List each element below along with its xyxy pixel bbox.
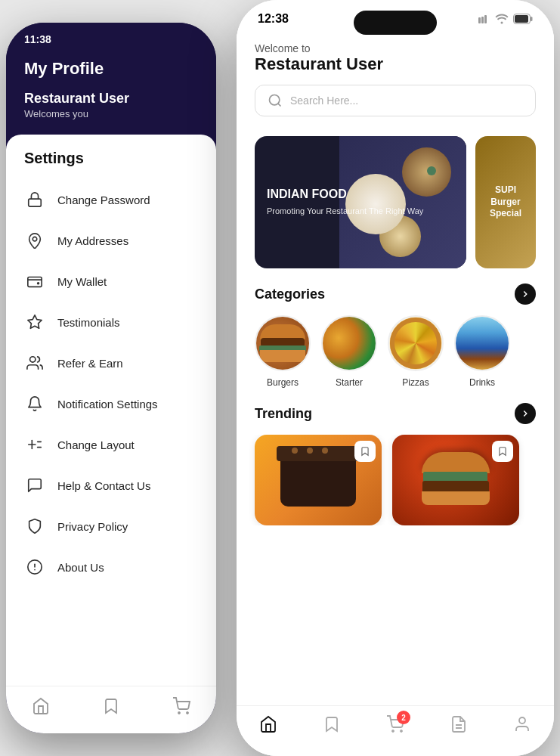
category-drinks[interactable]: Drinks: [454, 315, 510, 388]
categories-header: Categories: [237, 284, 554, 305]
cart-badge: 2: [397, 711, 410, 724]
profile-title: My Profile: [24, 59, 198, 79]
food-dot: [427, 166, 436, 175]
welcome-title: Restaurant User: [255, 54, 536, 74]
main-banner[interactable]: INDIAN FOOD Promoting Your Restaurant Th…: [255, 136, 466, 268]
location-icon: [24, 230, 45, 251]
side-banner-text: SUPI Burger Special: [475, 178, 536, 226]
right-phone: 12:38: [237, 0, 554, 756]
drinks-label: Drinks: [469, 377, 495, 388]
left-bottom-nav: [6, 686, 216, 733]
change-layout-label: Change Layout: [57, 438, 135, 451]
settings-item-refer-earn[interactable]: Refer & Earn: [6, 342, 216, 383]
burger-bookmark[interactable]: [492, 441, 513, 462]
category-starter[interactable]: Starter: [321, 315, 377, 388]
pizza-crust: [390, 318, 441, 369]
search-bar[interactable]: Search Here...: [255, 85, 536, 116]
settings-item-help-contact[interactable]: Help & Contact Us: [6, 465, 216, 506]
settings-item-privacy-policy[interactable]: Privacy Policy: [6, 506, 216, 547]
settings-item-testimonials[interactable]: Testimonials: [6, 302, 216, 342]
categories-title: Categories: [255, 287, 325, 302]
profile-user-name: Restaurant User: [24, 91, 198, 107]
my-wallet-label: My Wallet: [57, 275, 107, 288]
svg-rect-21: [531, 17, 533, 21]
pizzas-circle: [388, 315, 444, 371]
phones-container: 11:38 My Profile Restaurant User Welcome…: [0, 0, 560, 756]
categories-row: Burgers Starter: [237, 315, 554, 388]
settings-item-my-wallet[interactable]: My Wallet: [6, 261, 216, 302]
cake-top: [277, 446, 360, 461]
refer-earn-label: Refer & Earn: [57, 357, 123, 370]
welcome-section: Welcome to Restaurant User Search Here..…: [237, 32, 554, 136]
left-nav-bookmark[interactable]: [102, 697, 120, 718]
trending-section: Trending: [237, 403, 554, 525]
trending-title: Trending: [255, 406, 312, 422]
banner-container: INDIAN FOOD Promoting Your Restaurant Th…: [237, 136, 554, 268]
star-icon: [24, 311, 45, 333]
svg-point-14: [187, 712, 188, 714]
settings-item-notifications[interactable]: Notification Settings: [6, 383, 216, 424]
banner-text: INDIAN FOOD Promoting Your Restaurant Th…: [267, 187, 423, 217]
burger-visual-trending: [422, 452, 490, 509]
chat-icon: [24, 475, 45, 496]
svg-point-25: [401, 730, 402, 732]
svg-marker-4: [28, 315, 42, 328]
svg-point-13: [178, 712, 180, 714]
cake-shape: [280, 454, 356, 507]
trending-row: [237, 435, 554, 525]
left-nav-cart[interactable]: [172, 697, 190, 718]
dynamic-island: [354, 11, 437, 35]
left-nav-home[interactable]: [32, 697, 50, 718]
right-nav-home[interactable]: [259, 715, 277, 733]
right-nav-cart[interactable]: 2: [386, 715, 404, 733]
right-nav-profile[interactable]: [513, 715, 531, 733]
profile-user-sub: Welcomes you: [24, 108, 198, 119]
layout-icon: [24, 434, 45, 455]
change-password-label: Change Password: [57, 194, 150, 206]
cake-deco-3: [322, 448, 328, 454]
svg-rect-15: [478, 17, 481, 23]
trending-header: Trending: [237, 403, 554, 424]
starter-label: Starter: [336, 377, 363, 388]
svg-point-24: [392, 730, 394, 732]
burger-visual: [260, 324, 305, 362]
left-status-bar: 11:38: [6, 23, 216, 51]
svg-rect-17: [484, 15, 487, 23]
settings-item-my-addresses[interactable]: My Addresses: [6, 220, 216, 261]
search-icon: [268, 93, 283, 108]
svg-point-28: [519, 717, 525, 723]
categories-arrow[interactable]: [515, 284, 536, 305]
trending-arrow[interactable]: [515, 403, 536, 424]
side-banner[interactable]: SUPI Burger Special: [475, 136, 536, 268]
svg-point-3: [38, 283, 39, 284]
svg-rect-16: [481, 17, 484, 23]
testimonials-label: Testimonials: [57, 316, 120, 329]
settings-item-change-password[interactable]: Change Password: [6, 179, 216, 220]
burgers-label: Burgers: [267, 377, 299, 388]
settings-item-about-us[interactable]: About Us: [6, 547, 216, 587]
settings-item-change-layout[interactable]: Change Layout: [6, 424, 216, 465]
burgers-img: [256, 317, 309, 370]
welcome-to-text: Welcome to: [255, 42, 536, 54]
right-nav-bookmark[interactable]: [323, 715, 341, 733]
status-icons: [478, 14, 533, 24]
left-phone: 11:38 My Profile Restaurant User Welcome…: [6, 23, 216, 733]
trending-card-burger[interactable]: [392, 435, 519, 525]
svg-rect-0: [29, 199, 42, 206]
wallet-icon: [24, 271, 45, 292]
drinks-circle: [454, 315, 510, 371]
svg-line-23: [278, 104, 281, 107]
category-burgers[interactable]: Burgers: [255, 315, 311, 388]
svg-point-5: [30, 357, 36, 362]
banner-subtitle: Promoting Your Restaurant The Right Way: [267, 206, 423, 217]
pizza-img: [389, 317, 442, 370]
cake-bookmark[interactable]: [354, 441, 376, 462]
search-placeholder-text: Search Here...: [290, 94, 358, 107]
trending-card-cake[interactable]: [255, 435, 382, 525]
cake-deco-1: [292, 448, 298, 454]
right-bottom-nav: 2: [237, 705, 554, 756]
category-pizzas[interactable]: Pizzas: [388, 315, 444, 388]
right-nav-orders[interactable]: [450, 715, 468, 733]
about-us-label: About Us: [57, 561, 104, 574]
help-contact-label: Help & Contact Us: [57, 479, 150, 492]
